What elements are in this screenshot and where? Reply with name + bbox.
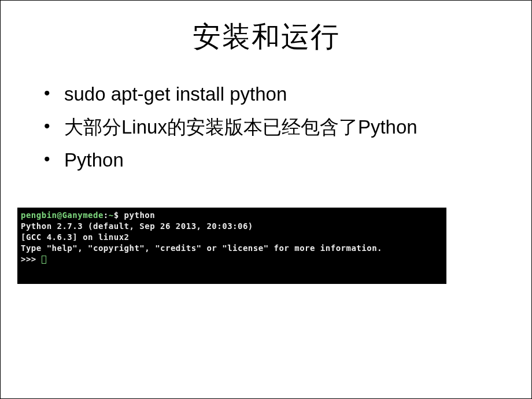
prompt-user-host: pengbin@Ganymede xyxy=(21,210,104,220)
repl-prompt: >>> xyxy=(21,254,42,264)
list-item: Python xyxy=(64,145,497,176)
bullet-list: sudo apt-get install python 大部分Linux的安装版… xyxy=(1,68,531,175)
terminal-output-line: Python 2.7.3 (default, Sep 26 2013, 20:0… xyxy=(21,221,253,231)
list-item: 大部分Linux的安装版本已经包含了Python xyxy=(64,112,497,143)
slide: 安装和运行 sudo apt-get install python 大部分Lin… xyxy=(0,0,532,399)
terminal-output-line: Type "help", "copyright", "credits" or "… xyxy=(21,243,382,253)
prompt-sep: : xyxy=(104,210,109,220)
slide-title: 安装和运行 xyxy=(1,1,531,68)
prompt-path: ~ xyxy=(109,210,114,220)
terminal-screenshot: pengbin@Ganymede:~$ python Python 2.7.3 … xyxy=(17,208,446,284)
list-item: sudo apt-get install python xyxy=(64,79,497,110)
cursor-icon xyxy=(42,256,46,264)
prompt-end: $ xyxy=(114,210,119,220)
terminal-output-line: [GCC 4.6.3] on linux2 xyxy=(21,232,130,242)
terminal-command: python xyxy=(124,210,156,220)
